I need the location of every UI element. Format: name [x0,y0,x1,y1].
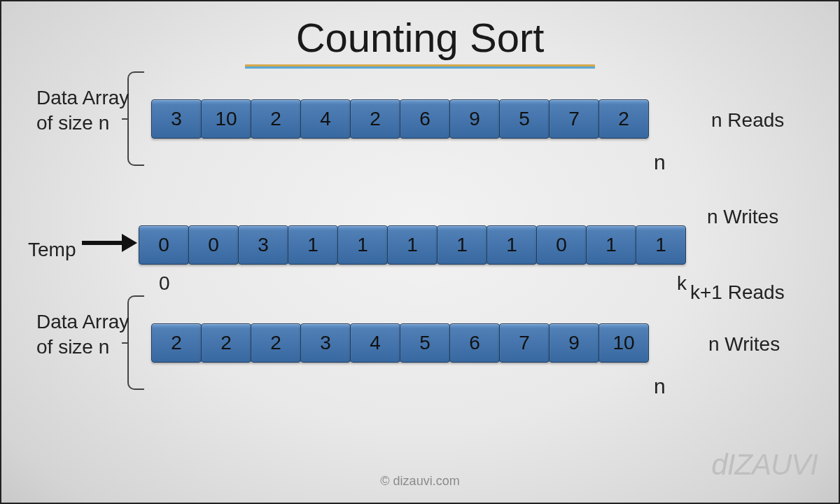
array-cell: 0 [536,225,587,265]
row2-label-reads: k+1 Reads [690,280,785,305]
page-title: Counting Sort [296,14,545,61]
array-cell: 6 [400,99,450,139]
row2-label-writes: n Writes [707,204,778,230]
array-cell: 10 [201,99,251,139]
credit-text: © dizauvi.com [380,474,459,489]
array-cell: 10 [598,323,649,363]
array-cell: 4 [350,323,400,363]
array-cell: 9 [449,99,500,139]
array-cell: 3 [238,225,288,265]
array-cell: 3 [151,99,202,139]
title-underline [245,64,595,69]
array-cell: 2 [598,99,649,139]
array-cell: 4 [300,99,351,139]
array-cell: 2 [350,99,400,139]
array-cell: 2 [251,323,301,363]
temp-array: 00311111011 [139,225,686,265]
array-cell: 1 [636,225,686,265]
arrow-icon [82,241,125,245]
array-cell: 0 [188,225,239,265]
array-cell: 5 [499,99,550,139]
row2-index-start: 0 [159,271,170,296]
array-cell: 1 [337,225,388,265]
array-cell: 1 [288,225,338,265]
array-cell: 2 [151,323,202,363]
array-cell: 7 [549,99,599,139]
data-array-output: 22234567910 [152,323,649,363]
row1-label-right: n Reads [711,108,784,133]
row1-label-left: Data Array of size n [36,85,134,136]
array-cell: 3 [300,323,351,363]
array-cell: 7 [499,323,550,363]
array-cell: 1 [586,225,636,265]
data-array-input: 31024269572 [152,99,649,139]
array-cell: 5 [400,323,450,363]
row2-label-temp: Temp [28,237,76,262]
row3-label-left: Data Array of size n [36,309,134,360]
logo: dIZAUVI [711,448,818,482]
array-cell: 2 [251,99,301,139]
row3-label-right: n Writes [708,332,780,357]
row1-index-n: n [654,148,666,176]
row3-index-n: n [654,372,666,400]
array-cell: 0 [139,225,189,265]
array-cell: 9 [549,323,599,363]
array-cell: 6 [449,323,500,363]
array-cell: 1 [387,225,438,265]
array-cell: 2 [201,323,251,363]
array-cell: 1 [437,225,487,265]
array-cell: 1 [486,225,537,265]
row2-index-end: k [677,271,687,296]
